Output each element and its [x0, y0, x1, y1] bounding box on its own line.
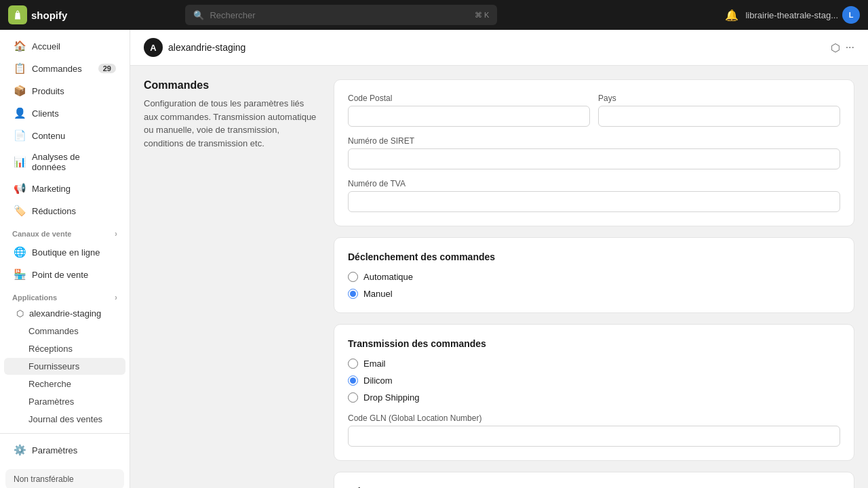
radio-dropshipping-label: Drop Shipping — [363, 392, 419, 403]
radio-automatique[interactable]: Automatique — [348, 272, 840, 282]
sidebar-item-clients[interactable]: 👤 Clients — [4, 102, 125, 124]
radio-dilicom[interactable]: Dilicom — [348, 375, 840, 386]
search-input[interactable] — [210, 10, 469, 20]
radio-automatique-input[interactable] — [348, 272, 358, 282]
radio-automatique-label: Automatique — [363, 272, 413, 282]
page-description: Configuration de tous les paramètres lié… — [144, 97, 317, 150]
radio-dropshipping[interactable]: Drop Shipping — [348, 392, 840, 403]
sidebar-item-alexandrie[interactable]: ⬡ alexandrie-staging — [4, 305, 125, 322]
sidebar-item-boutique[interactable]: 🌐 Boutique en ligne — [4, 241, 125, 263]
sidebar-sub-parametres[interactable]: Paramètres — [4, 393, 125, 410]
sidebar-item-commandes[interactable]: 📋 Commandes 29 — [4, 58, 125, 79]
radio-dropshipping-input[interactable] — [348, 392, 358, 403]
applications-section: Applications › — [0, 286, 130, 305]
topnav-right: 🔔 librairie-theatrale-stag... L — [725, 6, 860, 24]
tva-input[interactable] — [348, 191, 840, 212]
sub-journal-label: Journal des ventes — [28, 414, 102, 424]
sidebar-sub-commandes[interactable]: Commandes — [4, 323, 125, 340]
non-transferable-label: Non transférable — [14, 474, 74, 484]
siret-label: Numéro de SIRET — [348, 136, 840, 146]
sidebar-label-contenu: Contenu — [32, 131, 65, 141]
store-name-header: alexandrie-staging — [168, 42, 245, 53]
sidebar-item-point-vente[interactable]: 🏪 Point de vente — [4, 264, 125, 285]
search-shortcut: ⌘ K — [475, 11, 489, 20]
settings-icon: ⚙️ — [14, 444, 26, 456]
declenchement-radio-group: Automatique Manuel — [348, 272, 840, 299]
orders-icon: 📋 — [14, 62, 26, 75]
radio-manuel-input[interactable] — [348, 289, 358, 299]
sidebar-item-produits[interactable]: 📦 Produits — [4, 80, 125, 102]
sidebar-bottom: ⚙️ Paramètres Non transférable — [0, 433, 130, 488]
search-bar[interactable]: 🔍 ⌘ K — [185, 5, 497, 25]
store-header-right: ⬡ ··· — [831, 41, 854, 54]
sidebar-item-parametres-main[interactable]: ⚙️ Paramètres — [4, 439, 125, 461]
sub-recherche-label: Recherche — [28, 379, 71, 389]
store-logo: A — [144, 38, 163, 57]
code-postal-label: Code Postal — [348, 94, 590, 103]
sidebar-sub-recherche[interactable]: Recherche — [4, 375, 125, 392]
radio-email-input[interactable] — [348, 359, 358, 369]
shopify-bag-icon — [8, 5, 27, 24]
sidebar-item-accueil[interactable]: 🏠 Accueil — [4, 35, 125, 57]
canaux-label: Canaux de vente — [12, 230, 71, 238]
siret-input[interactable] — [348, 148, 840, 169]
radio-manuel[interactable]: Manuel — [348, 289, 840, 299]
store-header-left: A alexandrie-staging — [144, 38, 245, 57]
store-header: A alexandrie-staging ⬡ ··· — [130, 30, 868, 66]
gln-input[interactable] — [348, 426, 840, 447]
store-selector[interactable]: librairie-theatrale-stag... L — [745, 6, 860, 24]
sidebar-label-reductions: Réductions — [32, 206, 76, 216]
code-postal-input[interactable] — [348, 106, 590, 127]
gln-group: Code GLN (Global Location Number) — [348, 413, 840, 447]
sidebar-label-point: Point de vente — [32, 270, 88, 280]
sidebar-item-contenu[interactable]: 📄 Contenu — [4, 125, 125, 146]
sidebar-sub-receptions[interactable]: Réceptions — [4, 340, 125, 357]
declenchement-title: Déclenchement des commandes — [348, 251, 840, 262]
sub-commandes-label: Commandes — [28, 326, 79, 336]
sidebar-item-marketing[interactable]: 📢 Marketing — [4, 178, 125, 199]
transmission-card: Transmission des commandes Email Dilicom — [334, 324, 854, 461]
radio-email-label: Email — [363, 359, 386, 369]
main-content: A alexandrie-staging ⬡ ··· Commandes Con… — [130, 30, 868, 488]
transmission-title: Transmission des commandes — [348, 338, 840, 349]
sidebar-label-marketing: Marketing — [32, 184, 71, 194]
store-more-button[interactable]: ··· — [846, 41, 854, 54]
prix-card: Prix Remise par défaut % — [334, 472, 854, 488]
declenchement-card: Déclenchement des commandes Automatique … — [334, 237, 854, 313]
shopify-text: shopify — [31, 9, 67, 21]
store-view-button[interactable]: ⬡ — [831, 41, 840, 54]
non-transferable-badge[interactable]: Non transférable — [5, 469, 124, 488]
canaux-expand-icon[interactable]: › — [115, 229, 117, 239]
sidebar-item-analyses[interactable]: 📊 Analyses de données — [4, 147, 125, 177]
page-title: Commandes — [144, 79, 317, 92]
sidebar-label-clients: Clients — [32, 108, 59, 119]
bell-icon[interactable]: 🔔 — [725, 9, 738, 22]
pays-group: Pays — [598, 94, 840, 127]
page-description-panel: Commandes Configuration de tous les para… — [144, 79, 334, 488]
gln-label: Code GLN (Global Location Number) — [348, 413, 840, 423]
avatar: L — [842, 6, 860, 24]
sub-parametres-label: Paramètres — [28, 396, 74, 407]
applications-expand-icon[interactable]: › — [115, 293, 117, 302]
sidebar-label-boutique: Boutique en ligne — [32, 247, 100, 258]
sidebar-sub-fournisseurs[interactable]: Fournisseurs — [4, 358, 125, 375]
canaux-section: Canaux de vente › — [0, 222, 130, 241]
applications-label: Applications — [12, 293, 57, 302]
main-layout: 🏠 Accueil 📋 Commandes 29 📦 Produits 👤 Cl… — [0, 30, 868, 488]
radio-dilicom-input[interactable] — [348, 375, 358, 386]
tva-group: Numéro de TVA — [348, 179, 840, 212]
transmission-radio-group: Email Dilicom Drop Shipping — [348, 359, 840, 403]
sub-receptions-label: Réceptions — [28, 344, 73, 354]
sidebar-item-reductions[interactable]: 🏷️ Réductions — [4, 200, 125, 222]
pays-input[interactable] — [598, 106, 840, 127]
shopify-logo[interactable]: shopify — [8, 5, 67, 24]
sidebar-label-produits: Produits — [32, 86, 64, 96]
page-content: Commandes Configuration de tous les para… — [130, 66, 868, 488]
sidebar: 🏠 Accueil 📋 Commandes 29 📦 Produits 👤 Cl… — [0, 30, 130, 488]
sidebar-sub-journal[interactable]: Journal des ventes — [4, 411, 125, 428]
radio-email[interactable]: Email — [348, 359, 840, 369]
sidebar-label-alexandrie: alexandrie-staging — [29, 308, 101, 319]
sub-fournisseurs-label: Fournisseurs — [28, 361, 79, 371]
code-postal-group: Code Postal — [348, 94, 590, 127]
siret-group: Numéro de SIRET — [348, 136, 840, 169]
